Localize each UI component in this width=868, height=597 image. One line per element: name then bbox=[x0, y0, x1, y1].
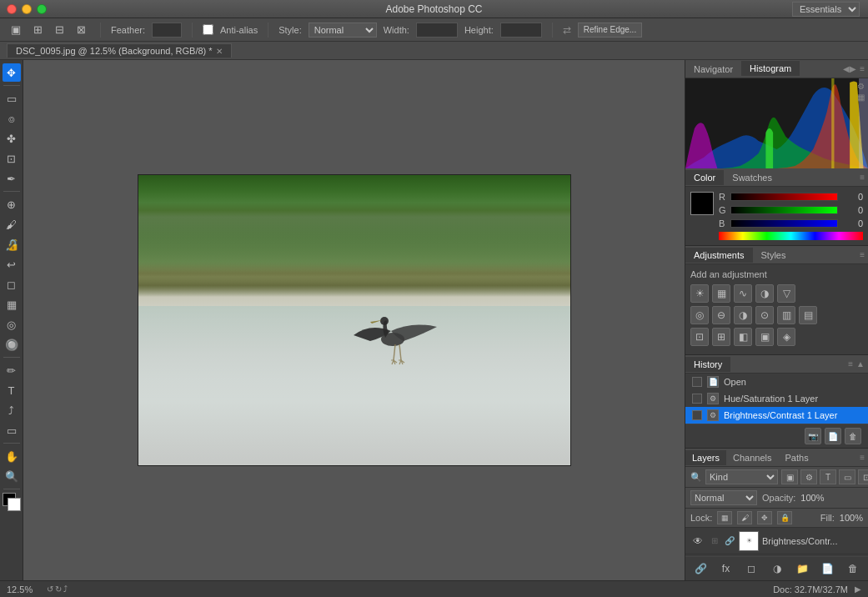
exposure-btn[interactable]: ◑ bbox=[755, 284, 774, 303]
current-color-swatch[interactable] bbox=[690, 192, 714, 215]
tab-paths[interactable]: Paths bbox=[779, 450, 815, 465]
crop-tool[interactable]: ⊡ bbox=[3, 149, 21, 168]
feather-input[interactable]: 0 px bbox=[152, 23, 182, 38]
posterize-btn[interactable]: ⊞ bbox=[712, 328, 730, 346]
histogram-refresh-icon[interactable]: ⚙ bbox=[857, 82, 865, 91]
gradient-map-btn[interactable]: ▣ bbox=[755, 328, 774, 346]
pen-tool[interactable]: ✏ bbox=[3, 361, 21, 379]
share-btn[interactable]: ⤴ bbox=[63, 584, 68, 594]
eraser-tool[interactable]: ◻ bbox=[3, 275, 21, 293]
layer-item-brightness[interactable]: 👁 ⊞ 🔗 ☀ Brightness/Contr... bbox=[685, 528, 868, 554]
levels-btn[interactable]: ▦ bbox=[712, 284, 730, 303]
lock-transparent-btn[interactable]: ▦ bbox=[717, 511, 732, 524]
invert-btn[interactable]: ⊡ bbox=[690, 328, 709, 346]
blend-mode-select[interactable]: Normal Dissolve Multiply Screen Overlay bbox=[690, 490, 757, 505]
shape-tool[interactable]: ▭ bbox=[3, 421, 21, 439]
layer-chain-brightness[interactable]: ⊞ bbox=[709, 534, 720, 549]
rotate-left-btn[interactable]: ↺ bbox=[47, 584, 53, 594]
type-layer-filter-btn[interactable]: T bbox=[820, 469, 836, 484]
zoom-tool[interactable]: 🔍 bbox=[3, 467, 21, 485]
canvas-area[interactable] bbox=[23, 60, 685, 580]
healing-brush-tool[interactable]: ⊕ bbox=[3, 195, 21, 213]
clone-stamp-tool[interactable]: 🔏 bbox=[3, 235, 21, 253]
history-panel-menu-icon[interactable]: ≡ bbox=[848, 359, 853, 369]
type-tool[interactable]: T bbox=[3, 381, 21, 399]
intersect-selection-btn[interactable]: ⊠ bbox=[72, 21, 90, 39]
photo-filter-btn[interactable]: ⊙ bbox=[755, 306, 774, 324]
history-new-doc-btn[interactable]: 📄 bbox=[825, 428, 841, 444]
adjustment-layer-filter-btn[interactable]: ⚙ bbox=[800, 469, 817, 484]
maximize-button[interactable] bbox=[37, 4, 47, 14]
histogram-view-icon[interactable]: ▦ bbox=[857, 93, 865, 102]
color-lookup-btn[interactable]: ▤ bbox=[799, 306, 817, 324]
path-select-tool[interactable]: ⤴ bbox=[3, 401, 21, 419]
selective-color-btn[interactable]: ◈ bbox=[777, 328, 795, 346]
layer-fx-btn[interactable]: fx bbox=[718, 560, 735, 577]
layer-mask-btn[interactable]: ◻ bbox=[743, 560, 760, 577]
color-balance-btn[interactable]: ⊖ bbox=[712, 306, 730, 324]
blur-tool[interactable]: ◎ bbox=[3, 315, 21, 334]
new-selection-btn[interactable]: ▣ bbox=[7, 21, 25, 39]
smart-object-filter-btn[interactable]: ⊡ bbox=[858, 469, 868, 484]
foreground-background-swatch[interactable] bbox=[3, 493, 21, 511]
expand-icon[interactable]: ◀▶ bbox=[843, 64, 856, 73]
tab-channels[interactable]: Channels bbox=[726, 450, 778, 465]
add-selection-btn[interactable]: ⊞ bbox=[28, 21, 47, 39]
tab-history[interactable]: History bbox=[685, 357, 730, 372]
brush-tool[interactable]: 🖌 bbox=[3, 215, 21, 233]
move-tool[interactable]: ✥ bbox=[3, 63, 21, 82]
tab-color[interactable]: Color bbox=[685, 170, 724, 185]
history-delete-btn[interactable]: 🗑 bbox=[845, 428, 861, 444]
width-input[interactable] bbox=[416, 23, 458, 38]
blue-slider[interactable] bbox=[730, 219, 838, 228]
minimize-button[interactable] bbox=[22, 4, 32, 14]
panel-menu-icon[interactable]: ≡ bbox=[860, 64, 865, 73]
history-checkbox-open[interactable] bbox=[692, 377, 702, 387]
layers-kind-select[interactable]: Kind Name Effect Mode Attribute Color Sm… bbox=[705, 469, 778, 484]
history-item-brightness[interactable]: ⚙ Brightness/Contrast 1 Layer bbox=[685, 407, 868, 424]
shape-layer-filter-btn[interactable]: ▭ bbox=[839, 469, 855, 484]
layer-link-btn[interactable]: 🔗 bbox=[692, 560, 709, 577]
channel-mixer-btn[interactable]: ▥ bbox=[777, 306, 795, 324]
rotate-right-btn[interactable]: ↻ bbox=[55, 584, 62, 594]
rectangular-marquee-tool[interactable]: ▭ bbox=[3, 89, 21, 108]
tab-adjustments[interactable]: Adjustments bbox=[685, 248, 753, 263]
history-checkbox-huesat[interactable] bbox=[692, 394, 702, 404]
close-doc-icon[interactable]: ✕ bbox=[216, 47, 223, 56]
close-button[interactable] bbox=[7, 4, 17, 14]
lasso-tool[interactable]: ⌾ bbox=[3, 109, 21, 128]
tab-navigator[interactable]: Navigator bbox=[685, 62, 741, 77]
antialias-checkbox[interactable] bbox=[203, 24, 213, 35]
tab-swatches[interactable]: Swatches bbox=[724, 170, 780, 185]
history-snapshot-btn[interactable]: 📷 bbox=[805, 428, 821, 444]
color-panel-menu-icon[interactable]: ≡ bbox=[860, 173, 865, 182]
layer-link-brightness[interactable]: 🔗 bbox=[724, 534, 735, 549]
status-nav-arrow[interactable]: ▶ bbox=[855, 584, 861, 594]
document-tab[interactable]: DSC_0095.jpg @ 12.5% (Background, RGB/8)… bbox=[7, 43, 232, 58]
eyedropper-tool[interactable]: ✒ bbox=[3, 169, 21, 188]
tab-histogram[interactable]: Histogram bbox=[741, 61, 800, 78]
fill-value[interactable]: 100% bbox=[840, 513, 863, 523]
height-input[interactable] bbox=[500, 23, 542, 38]
gradient-tool[interactable]: ▦ bbox=[3, 295, 21, 314]
workspace-select[interactable]: Essentials bbox=[792, 2, 860, 17]
history-brush-tool[interactable]: ↩ bbox=[3, 255, 21, 273]
opacity-value[interactable]: 100% bbox=[800, 493, 825, 503]
layer-adj-btn[interactable]: ◑ bbox=[769, 560, 785, 577]
layers-panel-menu-icon[interactable]: ≡ bbox=[860, 453, 865, 462]
spectrum-bar[interactable] bbox=[719, 232, 863, 240]
curves-btn[interactable]: ∿ bbox=[734, 284, 752, 303]
refine-edge-button[interactable]: Refine Edge... bbox=[578, 23, 642, 38]
background-color[interactable] bbox=[8, 498, 21, 511]
subtract-selection-btn[interactable]: ⊟ bbox=[50, 21, 68, 39]
tab-layers[interactable]: Layers bbox=[685, 450, 726, 465]
lock-image-btn[interactable]: 🖌 bbox=[737, 511, 752, 524]
layer-new-btn[interactable]: 📄 bbox=[820, 560, 836, 577]
brightness-contrast-btn[interactable]: ☀ bbox=[690, 284, 709, 303]
pixel-layer-filter-btn[interactable]: ▣ bbox=[781, 469, 798, 484]
hand-tool[interactable]: ✋ bbox=[3, 447, 21, 465]
history-item-open[interactable]: 📄 Open bbox=[685, 374, 868, 390]
hue-sat-btn[interactable]: ◎ bbox=[690, 306, 709, 324]
layer-delete-btn[interactable]: 🗑 bbox=[845, 560, 861, 577]
threshold-btn[interactable]: ◧ bbox=[734, 328, 752, 346]
